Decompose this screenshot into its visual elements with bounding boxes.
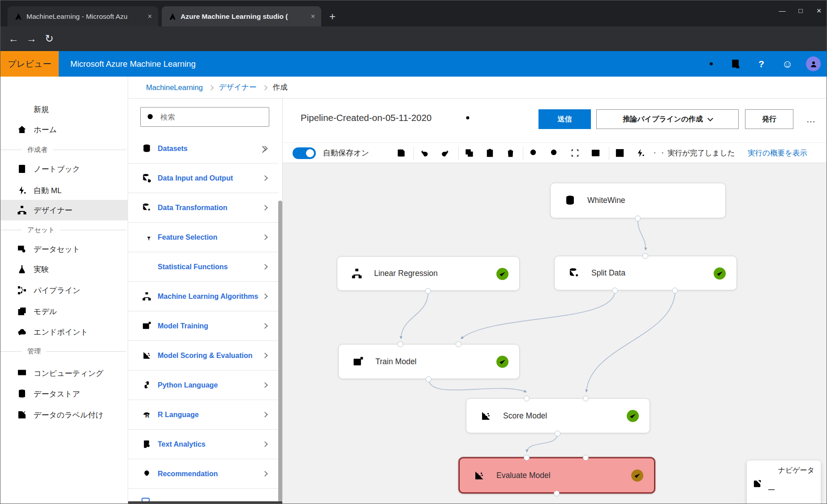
port[interactable] xyxy=(612,288,618,293)
palette-search-box[interactable] xyxy=(140,107,269,127)
port[interactable] xyxy=(425,288,431,294)
palette-category-r-language[interactable]: R Language xyxy=(128,400,279,430)
tab-machinelearning-portal[interactable]: MachineLearning - Microsoft Azu × xyxy=(8,6,158,26)
port[interactable] xyxy=(672,288,678,293)
port[interactable] xyxy=(583,455,589,461)
port[interactable] xyxy=(524,455,530,461)
nav-item-datastores[interactable]: データストア xyxy=(0,383,128,404)
node-whitewine[interactable]: WhiteWine xyxy=(550,183,726,218)
window-maximize-button[interactable]: □ xyxy=(792,4,809,17)
palette-category-python[interactable]: Python Language xyxy=(128,370,279,400)
auto-layout-icon[interactable] xyxy=(615,148,625,158)
submit-button[interactable]: 送信 xyxy=(538,109,591,129)
publish-button[interactable]: 発行 xyxy=(745,109,793,129)
node-linear-regression[interactable]: Linear Regression xyxy=(337,256,520,291)
palette-scrollbar[interactable] xyxy=(278,201,282,502)
pipeline-canvas[interactable]: WhiteWine Linear Regression Split Data T… xyxy=(283,163,827,504)
trigger-lightning-icon[interactable] xyxy=(635,148,646,158)
breadcrumb-workspace[interactable]: MachineLearning xyxy=(146,83,203,92)
fit-to-screen-icon[interactable] xyxy=(570,148,580,158)
feedback-doc-icon[interactable] xyxy=(730,58,741,69)
settings-gear-icon[interactable] xyxy=(706,58,717,69)
search-input[interactable] xyxy=(159,112,258,122)
port[interactable] xyxy=(456,341,461,347)
nav-item-compute[interactable]: コンピューティング xyxy=(0,363,128,383)
monitor-icon xyxy=(17,368,27,379)
success-check-badge xyxy=(627,410,639,422)
undo-icon[interactable] xyxy=(419,148,430,158)
palette-category-text-analytics[interactable]: Text Analytics xyxy=(128,430,279,459)
palette-horizontal-scrollbar[interactable] xyxy=(128,501,283,504)
nav-item-notebooks[interactable]: ノートブック xyxy=(0,159,128,179)
layers-icon xyxy=(17,306,27,317)
port[interactable] xyxy=(642,253,648,259)
save-icon[interactable] xyxy=(396,148,406,158)
hamburger-menu-icon[interactable] xyxy=(16,85,27,94)
palette-category-datasets[interactable]: Datasets xyxy=(128,134,279,164)
port[interactable] xyxy=(555,431,560,436)
nav-item-pipelines[interactable]: パイプライン xyxy=(0,280,128,301)
new-tab-button[interactable]: + xyxy=(326,10,339,24)
palette-category-statistical-functions[interactable]: Statistical Functions xyxy=(128,252,279,282)
palette-category-recommendation[interactable]: Recommendation xyxy=(128,459,279,489)
navigator-panel[interactable]: ナビゲータ xyxy=(747,461,821,504)
nav-item-new[interactable]: 新規 xyxy=(0,99,128,120)
delete-trash-icon[interactable] xyxy=(505,148,516,158)
nav-item-automl[interactable]: 自動 ML xyxy=(0,180,128,201)
forward-button[interactable]: → xyxy=(24,32,39,46)
node-split-data[interactable]: Split Data xyxy=(554,256,737,290)
port[interactable] xyxy=(635,215,641,221)
node-score-model[interactable]: Score Model xyxy=(466,398,650,433)
palette-category-data-input-output[interactable]: Data Input and Output xyxy=(128,164,279,193)
navigator-title: ナビゲータ xyxy=(778,466,815,475)
breadcrumb-designer[interactable]: デザイナー xyxy=(219,82,257,92)
help-icon[interactable]: ? xyxy=(756,58,767,69)
tab-aml-studio-active[interactable]: Azure Machine Learning studio ( × xyxy=(162,6,321,26)
expand-icon[interactable] xyxy=(752,478,762,489)
port[interactable] xyxy=(397,341,403,347)
palette-category-feature-selection[interactable]: Feature Selection xyxy=(128,223,279,252)
autosave-toggle[interactable] xyxy=(293,147,316,159)
pipeline-settings-gear-icon[interactable] xyxy=(462,112,474,124)
nav-item-experiments[interactable]: 実験 xyxy=(0,259,128,280)
port[interactable] xyxy=(426,376,431,382)
window-close-button[interactable]: × xyxy=(810,4,827,17)
nav-item-datasets[interactable]: データセット xyxy=(0,239,128,259)
back-button[interactable]: ← xyxy=(6,32,21,46)
palette-category-ml-algorithms[interactable]: Machine Learning Algorithms xyxy=(128,282,279,311)
paste-icon[interactable] xyxy=(485,148,495,158)
zoom-in-icon[interactable] xyxy=(529,148,539,158)
node-train-model[interactable]: Train Model xyxy=(338,344,520,379)
nav-item-home[interactable]: ホーム xyxy=(0,119,128,140)
palette-category-data-transformation[interactable]: Data Transformation xyxy=(128,193,279,223)
actual-size-icon[interactable] xyxy=(590,148,601,158)
nav-section-manage: 管理 xyxy=(0,346,128,356)
copy-icon[interactable] xyxy=(464,148,474,158)
smiley-icon[interactable]: ☺ xyxy=(782,58,793,69)
port[interactable] xyxy=(583,396,589,401)
palette-category-model-training[interactable]: Model Training xyxy=(128,311,279,341)
nav-item-designer-selected[interactable]: デザイナー xyxy=(0,200,128,220)
avatar[interactable] xyxy=(806,56,821,71)
port[interactable] xyxy=(554,491,560,496)
redo-icon[interactable] xyxy=(440,148,450,158)
palette-category-label: Datasets xyxy=(158,145,188,153)
palette-category-model-scoring[interactable]: Model Scoring & Evaluation xyxy=(128,341,279,370)
port[interactable] xyxy=(524,396,530,401)
tab-close-icon[interactable]: × xyxy=(309,13,317,21)
tab-close-icon[interactable]: × xyxy=(146,13,154,21)
designer-work-area: Pipeline-Created-on-05-11-2020 送信 推論パイプラ… xyxy=(283,99,827,504)
node-evaluate-model-selected[interactable]: Evaluate Model xyxy=(459,457,655,493)
run-summary-link[interactable]: 実行の概要を表示 xyxy=(748,148,807,158)
more-options-button[interactable]: … xyxy=(801,109,821,129)
zoom-out-icon[interactable] xyxy=(549,148,560,158)
toolbar-divider xyxy=(609,146,609,160)
create-inference-pipeline-button[interactable]: 推論パイプラインの作成 xyxy=(596,109,739,129)
nav-item-endpoints[interactable]: エンドポイント xyxy=(0,322,128,342)
refresh-button[interactable]: ↻ xyxy=(42,32,57,46)
nav-item-data-labeling[interactable]: データのラベル付け xyxy=(0,405,128,425)
nav-section-authoring: 作成者 xyxy=(0,145,128,155)
nav-item-models[interactable]: モデル xyxy=(0,301,128,322)
toolbar-divider xyxy=(458,146,459,160)
window-minimize-button[interactable]: — xyxy=(774,4,791,17)
